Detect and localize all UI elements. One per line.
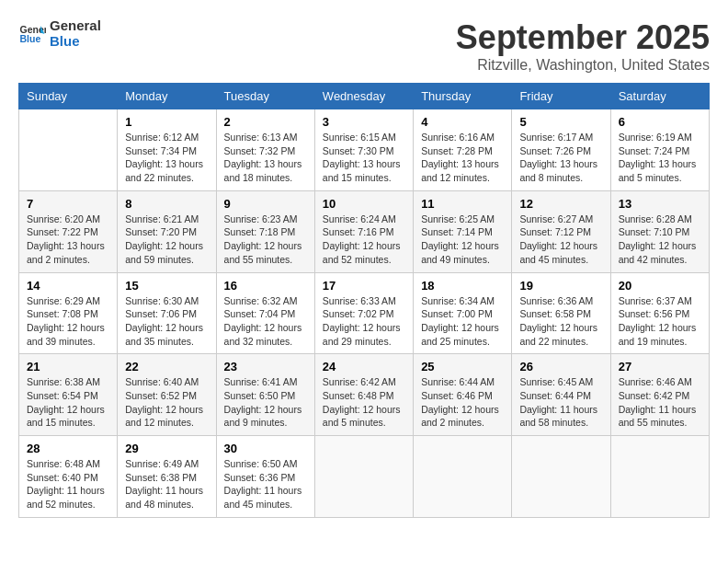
- day-number: 2: [224, 115, 307, 129]
- header-cell-friday: Friday: [512, 84, 610, 109]
- calendar-cell: 19Sunrise: 6:36 AM Sunset: 6:58 PM Dayli…: [512, 272, 610, 354]
- day-info: Sunrise: 6:44 AM Sunset: 6:46 PM Dayligh…: [421, 375, 504, 430]
- calendar-row: 7Sunrise: 6:20 AM Sunset: 7:22 PM Daylig…: [19, 190, 710, 272]
- header-row: SundayMondayTuesdayWednesdayThursdayFrid…: [19, 84, 710, 109]
- calendar-cell: 11Sunrise: 6:25 AM Sunset: 7:14 PM Dayli…: [414, 190, 512, 272]
- calendar-cell: 4Sunrise: 6:16 AM Sunset: 7:28 PM Daylig…: [414, 109, 512, 191]
- calendar-cell: [610, 436, 709, 518]
- calendar-cell: 18Sunrise: 6:34 AM Sunset: 7:00 PM Dayli…: [414, 272, 512, 354]
- day-number: 8: [125, 197, 208, 211]
- day-info: Sunrise: 6:50 AM Sunset: 6:36 PM Dayligh…: [224, 457, 307, 511]
- calendar-row: 1Sunrise: 6:12 AM Sunset: 7:34 PM Daylig…: [19, 109, 710, 191]
- header-cell-saturday: Saturday: [610, 84, 709, 109]
- calendar-cell: 8Sunrise: 6:21 AM Sunset: 7:20 PM Daylig…: [118, 190, 216, 272]
- day-info: Sunrise: 6:45 AM Sunset: 6:44 PM Dayligh…: [519, 375, 602, 430]
- calendar-cell: 3Sunrise: 6:15 AM Sunset: 7:30 PM Daylig…: [314, 109, 413, 191]
- day-number: 15: [125, 279, 208, 293]
- day-info: Sunrise: 6:25 AM Sunset: 7:14 PM Dayligh…: [421, 213, 504, 267]
- day-number: 1: [125, 115, 208, 129]
- day-info: Sunrise: 6:17 AM Sunset: 7:26 PM Dayligh…: [519, 131, 602, 185]
- subtitle: Ritzville, Washington, United States: [456, 57, 710, 74]
- day-info: Sunrise: 6:34 AM Sunset: 7:00 PM Dayligh…: [421, 294, 504, 349]
- day-info: Sunrise: 6:33 AM Sunset: 7:02 PM Dayligh…: [323, 294, 405, 349]
- day-info: Sunrise: 6:36 AM Sunset: 6:58 PM Dayligh…: [519, 294, 602, 349]
- header-cell-tuesday: Tuesday: [216, 84, 314, 109]
- day-number: 20: [619, 279, 701, 293]
- day-info: Sunrise: 6:24 AM Sunset: 7:16 PM Dayligh…: [323, 213, 405, 267]
- day-number: 21: [27, 360, 109, 373]
- day-number: 28: [27, 442, 109, 455]
- day-info: Sunrise: 6:40 AM Sunset: 6:52 PM Dayligh…: [125, 375, 208, 430]
- day-info: Sunrise: 6:41 AM Sunset: 6:50 PM Dayligh…: [224, 375, 307, 430]
- calendar-cell: [314, 436, 413, 518]
- day-info: Sunrise: 6:28 AM Sunset: 7:10 PM Dayligh…: [619, 213, 701, 267]
- day-number: 11: [421, 197, 504, 211]
- calendar-cell: 24Sunrise: 6:42 AM Sunset: 6:48 PM Dayli…: [314, 354, 413, 436]
- calendar-cell: 9Sunrise: 6:23 AM Sunset: 7:18 PM Daylig…: [216, 190, 314, 272]
- calendar-cell: 10Sunrise: 6:24 AM Sunset: 7:16 PM Dayli…: [314, 190, 413, 272]
- day-info: Sunrise: 6:46 AM Sunset: 6:42 PM Dayligh…: [619, 375, 701, 430]
- day-info: Sunrise: 6:21 AM Sunset: 7:20 PM Dayligh…: [125, 213, 208, 267]
- title-section: September 2025 Ritzville, Washington, Un…: [456, 18, 710, 74]
- day-number: 4: [421, 115, 504, 129]
- calendar-cell: 1Sunrise: 6:12 AM Sunset: 7:34 PM Daylig…: [118, 109, 216, 191]
- day-number: 22: [125, 360, 208, 373]
- day-number: 27: [619, 360, 701, 373]
- calendar-cell: 28Sunrise: 6:48 AM Sunset: 6:40 PM Dayli…: [19, 436, 118, 518]
- day-number: 14: [27, 279, 109, 293]
- day-info: Sunrise: 6:38 AM Sunset: 6:54 PM Dayligh…: [27, 375, 109, 430]
- day-number: 17: [323, 279, 405, 293]
- day-number: 26: [519, 360, 602, 373]
- header-cell-monday: Monday: [118, 84, 216, 109]
- calendar-cell: 14Sunrise: 6:29 AM Sunset: 7:08 PM Dayli…: [19, 272, 118, 354]
- calendar-cell: 30Sunrise: 6:50 AM Sunset: 6:36 PM Dayli…: [216, 436, 314, 518]
- day-info: Sunrise: 6:49 AM Sunset: 6:38 PM Dayligh…: [125, 457, 208, 511]
- calendar-cell: 2Sunrise: 6:13 AM Sunset: 7:32 PM Daylig…: [216, 109, 314, 191]
- calendar-cell: 5Sunrise: 6:17 AM Sunset: 7:26 PM Daylig…: [512, 109, 610, 191]
- calendar-cell: [512, 436, 610, 518]
- day-number: 29: [125, 442, 208, 455]
- calendar-cell: 26Sunrise: 6:45 AM Sunset: 6:44 PM Dayli…: [512, 354, 610, 436]
- calendar-row: 21Sunrise: 6:38 AM Sunset: 6:54 PM Dayli…: [19, 354, 710, 436]
- page-header: General Blue General Blue September 2025…: [18, 18, 710, 74]
- day-number: 13: [619, 197, 701, 211]
- day-info: Sunrise: 6:19 AM Sunset: 7:24 PM Dayligh…: [619, 131, 701, 185]
- day-number: 12: [519, 197, 602, 211]
- calendar-cell: 16Sunrise: 6:32 AM Sunset: 7:04 PM Dayli…: [216, 272, 314, 354]
- day-number: 23: [224, 360, 307, 373]
- day-number: 6: [619, 115, 701, 129]
- day-number: 18: [421, 279, 504, 293]
- logo: General Blue General Blue: [18, 18, 101, 49]
- day-info: Sunrise: 6:29 AM Sunset: 7:08 PM Dayligh…: [27, 294, 109, 349]
- day-number: 7: [27, 197, 109, 211]
- calendar-cell: 27Sunrise: 6:46 AM Sunset: 6:42 PM Dayli…: [610, 354, 709, 436]
- day-number: 19: [519, 279, 602, 293]
- calendar-cell: 13Sunrise: 6:28 AM Sunset: 7:10 PM Dayli…: [610, 190, 709, 272]
- day-number: 10: [323, 197, 405, 211]
- day-info: Sunrise: 6:23 AM Sunset: 7:18 PM Dayligh…: [224, 213, 307, 267]
- day-info: Sunrise: 6:32 AM Sunset: 7:04 PM Dayligh…: [224, 294, 307, 349]
- day-number: 9: [224, 197, 307, 211]
- calendar-cell: 20Sunrise: 6:37 AM Sunset: 6:56 PM Dayli…: [610, 272, 709, 354]
- day-info: Sunrise: 6:12 AM Sunset: 7:34 PM Dayligh…: [125, 131, 208, 185]
- header-cell-sunday: Sunday: [19, 84, 118, 109]
- calendar-cell: 6Sunrise: 6:19 AM Sunset: 7:24 PM Daylig…: [610, 109, 709, 191]
- calendar-body: 1Sunrise: 6:12 AM Sunset: 7:34 PM Daylig…: [19, 109, 710, 518]
- calendar-table: SundayMondayTuesdayWednesdayThursdayFrid…: [18, 83, 710, 518]
- main-title: September 2025: [456, 18, 710, 57]
- day-info: Sunrise: 6:37 AM Sunset: 6:56 PM Dayligh…: [619, 294, 701, 349]
- calendar-cell: 25Sunrise: 6:44 AM Sunset: 6:46 PM Dayli…: [414, 354, 512, 436]
- day-number: 24: [323, 360, 405, 373]
- calendar-cell: 21Sunrise: 6:38 AM Sunset: 6:54 PM Dayli…: [19, 354, 118, 436]
- day-info: Sunrise: 6:48 AM Sunset: 6:40 PM Dayligh…: [27, 457, 109, 511]
- calendar-cell: 12Sunrise: 6:27 AM Sunset: 7:12 PM Dayli…: [512, 190, 610, 272]
- header-cell-thursday: Thursday: [414, 84, 512, 109]
- calendar-cell: [414, 436, 512, 518]
- calendar-cell: 7Sunrise: 6:20 AM Sunset: 7:22 PM Daylig…: [19, 190, 118, 272]
- day-number: 16: [224, 279, 307, 293]
- day-info: Sunrise: 6:13 AM Sunset: 7:32 PM Dayligh…: [224, 131, 307, 185]
- day-info: Sunrise: 6:15 AM Sunset: 7:30 PM Dayligh…: [323, 131, 405, 185]
- calendar-cell: [19, 109, 118, 191]
- day-info: Sunrise: 6:16 AM Sunset: 7:28 PM Dayligh…: [421, 131, 504, 185]
- logo-line2: Blue: [50, 34, 101, 50]
